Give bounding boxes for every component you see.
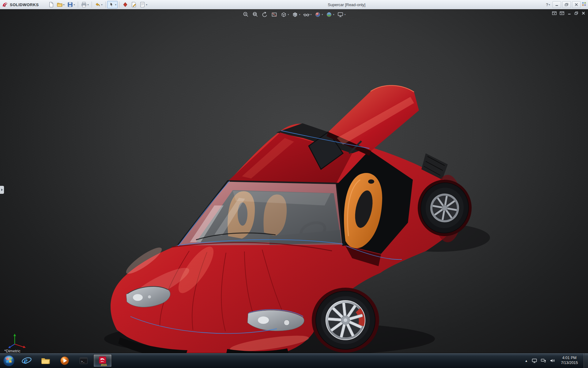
document-minimize-button[interactable] — [567, 11, 571, 15]
document-close-button[interactable] — [581, 11, 586, 15]
apply-scene-icon — [326, 11, 333, 18]
taskbar-windows-media-player[interactable] — [55, 354, 74, 367]
view-settings-button[interactable]: ▾ — [336, 10, 347, 18]
document-window-controls — [552, 11, 586, 15]
options-button[interactable]: ▾ — [138, 1, 149, 8]
toolbar-separator — [119, 2, 119, 8]
minimize-button[interactable] — [552, 1, 561, 8]
file-properties-button[interactable] — [130, 1, 138, 8]
save-button[interactable]: ▾ — [66, 1, 76, 8]
view-settings-dropdown-arrow[interactable]: ▾ — [345, 13, 346, 16]
open-folder-icon — [57, 2, 63, 8]
edit-appearance-sphere-icon — [315, 11, 321, 18]
clock-time: 4:01 PM — [561, 356, 578, 361]
show-hidden-icons-button[interactable]: ▲ — [524, 359, 528, 362]
view-orientation-dropdown-arrow[interactable]: ▾ — [288, 13, 289, 16]
tray-monitor-icon[interactable] — [532, 358, 537, 363]
open-button[interactable]: ▾ — [55, 1, 66, 8]
section-view-button[interactable] — [270, 10, 278, 18]
taskbar: e >_ — [0, 353, 588, 368]
rebuild-icon — [122, 2, 128, 8]
restore-button[interactable] — [562, 1, 571, 8]
previous-window-button[interactable] — [552, 11, 557, 15]
taskbar-windows-explorer[interactable] — [36, 354, 55, 367]
tray-volume-icon[interactable] — [549, 358, 555, 363]
toolbar-separator — [105, 2, 106, 8]
titlebar-left: SOLIDWORKS ▾ ▾ ▾ — [0, 1, 149, 8]
zoom-to-fit-button[interactable] — [241, 10, 250, 18]
media-player-icon — [59, 355, 70, 366]
titlebar: SOLIDWORKS ▾ ▾ ▾ — [0, 0, 588, 10]
rebuild-button[interactable] — [121, 1, 130, 8]
solidworks-app-icon: 2015 — [97, 355, 108, 366]
view-orientation-cube-icon — [280, 11, 287, 18]
screen: SOLIDWORKS ▾ ▾ ▾ — [0, 0, 588, 368]
taskbar-clock[interactable]: 4:01 PM 7/13/2015 — [558, 356, 580, 365]
app-name: SOLIDWORKS — [10, 2, 39, 7]
previous-view-icon — [261, 11, 268, 18]
display-style-icon — [292, 11, 298, 18]
help-dropdown-arrow: ▾ — [549, 3, 550, 6]
undo-button[interactable]: ▾ — [93, 1, 104, 8]
zoom-to-fit-icon — [242, 11, 249, 18]
svg-text:2015: 2015 — [101, 363, 107, 366]
edit-appearance-dropdown-arrow[interactable]: ▾ — [322, 13, 323, 16]
edit-appearance-button[interactable]: ▾ — [314, 10, 324, 18]
windshield[interactable] — [178, 181, 343, 245]
minimize-icon — [555, 2, 559, 7]
hide-show-dropdown-arrow[interactable]: ▾ — [310, 13, 311, 16]
taskbar-internet-explorer[interactable]: e — [17, 354, 36, 367]
options-dropdown-arrow[interactable]: ▾ — [146, 3, 147, 6]
display-style-dropdown-arrow[interactable]: ▾ — [299, 13, 300, 16]
svg-text:e: e — [24, 356, 28, 366]
viewport-3d[interactable] — [0, 9, 588, 353]
start-button[interactable] — [2, 354, 16, 368]
select-button[interactable]: ▾ — [107, 1, 118, 8]
print-dropdown-arrow[interactable]: ▾ — [88, 3, 89, 6]
apply-scene-dropdown-arrow[interactable]: ▾ — [333, 13, 334, 16]
folder-icon — [40, 355, 51, 366]
taskbar-command-prompt[interactable]: >_ — [74, 354, 93, 367]
command-prompt-icon: >_ — [78, 355, 89, 366]
file-properties-icon — [131, 2, 137, 8]
undo-dropdown-arrow[interactable]: ▾ — [101, 3, 103, 6]
internet-explorer-icon: e — [21, 355, 32, 366]
save-icon — [67, 2, 73, 8]
apply-scene-button[interactable]: ▾ — [325, 10, 335, 18]
show-desktop-button[interactable] — [584, 353, 588, 368]
svg-text:>_: >_ — [81, 360, 85, 363]
main-toolbar: ▾ ▾ ▾ ▾ ▾ — [47, 1, 149, 8]
graphics-viewport[interactable]: ▾ ▾ ▾ ▾ ▾ ▾ *Dimetric — [0, 9, 588, 353]
zoom-to-area-icon — [252, 11, 258, 18]
view-settings-icon — [337, 11, 344, 18]
featuremanager-flyout-arrow[interactable] — [0, 186, 4, 194]
zoom-to-area-button[interactable] — [251, 10, 259, 18]
windows-start-icon — [2, 354, 15, 367]
select-cursor-icon — [108, 2, 115, 8]
system-tray: ▲ 4:01 PM 7/13/2015 — [524, 353, 588, 368]
display-style-button[interactable]: ▾ — [291, 10, 301, 18]
save-dropdown-arrow[interactable]: ▾ — [74, 3, 75, 6]
hide-show-items-button[interactable]: ▾ — [302, 10, 312, 18]
tray-network-icon[interactable] — [541, 358, 546, 363]
supercar-model[interactable] — [111, 86, 473, 353]
new-document-button[interactable] — [47, 1, 55, 8]
task-pane-grid-icon[interactable] — [582, 2, 586, 7]
print-button[interactable]: ▾ — [80, 1, 90, 8]
select-dropdown-arrow[interactable]: ▾ — [115, 3, 116, 6]
next-window-button[interactable] — [560, 11, 564, 15]
view-orientation-button[interactable]: ▾ — [279, 10, 290, 18]
close-button[interactable] — [572, 1, 581, 8]
help-button[interactable]: ? ▾ — [545, 2, 551, 7]
open-dropdown-arrow[interactable]: ▾ — [63, 3, 65, 6]
solidworks-logo-icon — [2, 2, 9, 8]
previous-view-button[interactable] — [260, 10, 269, 18]
heads-up-view-toolbar: ▾ ▾ ▾ ▾ ▾ ▾ — [241, 10, 346, 18]
restore-icon — [565, 2, 568, 7]
taskbar-solidworks-2015[interactable]: 2015 — [93, 354, 112, 367]
undo-icon — [95, 2, 101, 8]
document-restore-button[interactable] — [574, 11, 579, 15]
hide-show-glasses-icon — [303, 11, 310, 18]
view-orientation-label: *Dimetric — [4, 349, 21, 353]
toolbar-separator — [78, 2, 78, 8]
